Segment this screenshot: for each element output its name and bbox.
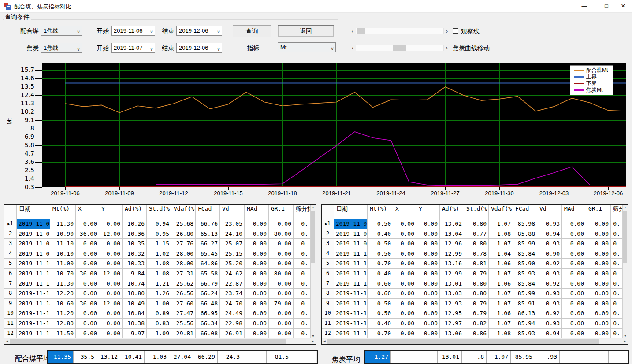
- observe-line-checkbox[interactable]: [453, 28, 458, 34]
- value-cell[interactable]: 11.00: [50, 259, 76, 269]
- table-row[interactable]: 32019-11-090.500.000.0012.960.801.0785.9…: [322, 239, 628, 249]
- value-cell[interactable]: 0.00: [562, 279, 586, 289]
- value-cell[interactable]: 12.80: [50, 319, 76, 329]
- value-cell[interactable]: 0.80: [464, 289, 489, 299]
- value-cell[interactable]: 1.15: [147, 239, 171, 249]
- value-cell[interactable]: 1.08: [147, 269, 171, 279]
- table-row[interactable]: ▶12019-11-070.500.000.0013.020.801.0785.…: [322, 219, 628, 229]
- column-header[interactable]: 日期: [334, 205, 368, 219]
- value-cell[interactable]: 13.06: [440, 329, 464, 339]
- value-cell[interactable]: 0.: [611, 239, 622, 249]
- value-cell[interactable]: 86.13: [513, 308, 537, 319]
- date-cell[interactable]: 2019-11-12: [17, 279, 50, 289]
- date-cell[interactable]: 2019-11-17: [17, 329, 50, 339]
- value-cell[interactable]: 66.27: [196, 239, 220, 249]
- scrollbar-thumb[interactable]: [10, 339, 286, 344]
- value-cell[interactable]: 0.79: [464, 299, 489, 309]
- value-cell[interactable]: 0.90: [537, 249, 562, 259]
- value-cell[interactable]: 25.68: [171, 219, 196, 229]
- value-cell[interactable]: 0.93: [537, 289, 562, 299]
- value-cell[interactable]: 85.99: [513, 289, 537, 299]
- column-header[interactable]: MAd: [562, 205, 586, 219]
- value-cell[interactable]: 0.00: [416, 308, 440, 319]
- value-cell[interactable]: 85.93: [513, 329, 537, 339]
- column-header[interactable]: FCad: [196, 205, 220, 219]
- value-cell[interactable]: 0.00: [76, 239, 99, 249]
- query-button[interactable]: 查询: [233, 25, 271, 37]
- date-cell[interactable]: 2019-11-06: [17, 219, 50, 229]
- scroll-down-icon[interactable]: ▾: [623, 334, 628, 338]
- value-cell[interactable]: 0.94: [147, 219, 171, 229]
- column-header[interactable]: X: [76, 205, 99, 219]
- value-cell[interactable]: 0.00: [269, 259, 294, 269]
- table-row[interactable]: 32019-11-0811.100.000.0010.351.1527.7666…: [4, 239, 316, 249]
- value-cell[interactable]: 13.03: [440, 289, 464, 299]
- date-cell[interactable]: 2019-11-07: [17, 229, 50, 239]
- value-cell[interactable]: 0.00: [245, 259, 269, 269]
- date-cell[interactable]: 2019-11-07: [334, 219, 368, 229]
- blend-coal-end-date[interactable]: 2019-12-06 ∨: [176, 26, 222, 36]
- column-header[interactable]: Vdaf(%): [171, 205, 196, 219]
- value-cell[interactable]: 0.00: [393, 229, 416, 239]
- value-cell[interactable]: 0.70: [368, 329, 393, 339]
- value-cell[interactable]: 0.60: [368, 279, 393, 289]
- value-cell[interactable]: 0.00: [586, 299, 611, 309]
- value-cell[interactable]: 79.00: [269, 299, 294, 309]
- column-header[interactable]: Ad(%): [440, 205, 464, 219]
- value-cell[interactable]: 1.07: [489, 239, 513, 249]
- scrollbar-track[interactable]: [327, 338, 622, 344]
- value-cell[interactable]: 25.56: [171, 319, 196, 329]
- value-cell[interactable]: 10.70: [50, 269, 76, 279]
- scroll-up-icon[interactable]: ▴: [623, 205, 628, 209]
- value-cell[interactable]: 0.00: [76, 289, 99, 299]
- value-cell[interactable]: 26.56: [171, 289, 196, 299]
- value-cell[interactable]: 12.93: [440, 299, 464, 309]
- value-cell[interactable]: 0.00: [99, 259, 123, 269]
- row-header[interactable]: ▶1: [322, 219, 334, 229]
- column-header[interactable]: Vd: [220, 205, 245, 219]
- value-cell[interactable]: 0.: [294, 249, 310, 259]
- blend-coal-start-date[interactable]: 2019-11-06 ∨: [111, 26, 155, 36]
- value-cell[interactable]: 0.00: [416, 239, 440, 249]
- row-header[interactable]: 7: [4, 279, 17, 289]
- row-header[interactable]: ▶1: [4, 219, 17, 229]
- observe-line-scrollbar[interactable]: ‹ ›: [349, 27, 450, 35]
- value-cell[interactable]: 9.84: [123, 269, 147, 279]
- value-cell[interactable]: 0.00: [76, 279, 99, 289]
- column-header[interactable]: 日期: [17, 205, 50, 219]
- scroll-down-icon[interactable]: ▾: [311, 334, 316, 338]
- table-row[interactable]: 22019-11-0710.9036.0012.0010.360.9526.80…: [4, 229, 316, 239]
- back-button[interactable]: 返回: [278, 25, 334, 37]
- value-cell[interactable]: 85.93: [513, 269, 537, 279]
- column-header[interactable]: MAd: [245, 205, 269, 219]
- value-cell[interactable]: 13.01: [440, 279, 464, 289]
- value-cell[interactable]: 13.04: [440, 229, 464, 239]
- value-cell[interactable]: 12.00: [99, 299, 123, 309]
- value-cell[interactable]: 27.76: [171, 239, 196, 249]
- value-cell[interactable]: 0.00: [586, 239, 611, 249]
- scroll-left-icon[interactable]: ‹: [349, 27, 356, 35]
- value-cell[interactable]: 12.95: [440, 308, 464, 319]
- value-cell[interactable]: 10.33: [123, 259, 147, 269]
- value-cell[interactable]: 12.00: [99, 269, 123, 279]
- value-cell[interactable]: 0.00: [393, 219, 416, 229]
- date-cell[interactable]: 2019-11-15: [334, 299, 368, 309]
- column-header[interactable]: Vdaf(%): [489, 205, 513, 219]
- value-cell[interactable]: 24.10: [220, 229, 245, 239]
- value-cell[interactable]: 0.40: [368, 269, 393, 279]
- row-header[interactable]: 9: [322, 299, 334, 309]
- value-cell[interactable]: 0.00: [586, 319, 611, 329]
- value-cell[interactable]: 0.80: [464, 219, 489, 229]
- value-cell[interactable]: 65.58: [196, 269, 220, 279]
- value-cell[interactable]: 0.00: [269, 219, 294, 229]
- maximize-button[interactable]: □: [598, 0, 615, 12]
- value-cell[interactable]: 0.94: [537, 229, 562, 239]
- value-cell[interactable]: 27.31: [171, 269, 196, 279]
- row-header[interactable]: 6: [4, 269, 17, 279]
- value-cell[interactable]: 27.60: [171, 299, 196, 309]
- value-cell[interactable]: 25.07: [220, 239, 245, 249]
- value-cell[interactable]: 13.16: [440, 259, 464, 269]
- value-cell[interactable]: 26.80: [171, 229, 196, 239]
- scroll-right-icon[interactable]: ▸: [310, 338, 316, 344]
- value-cell[interactable]: 25.15: [220, 249, 245, 259]
